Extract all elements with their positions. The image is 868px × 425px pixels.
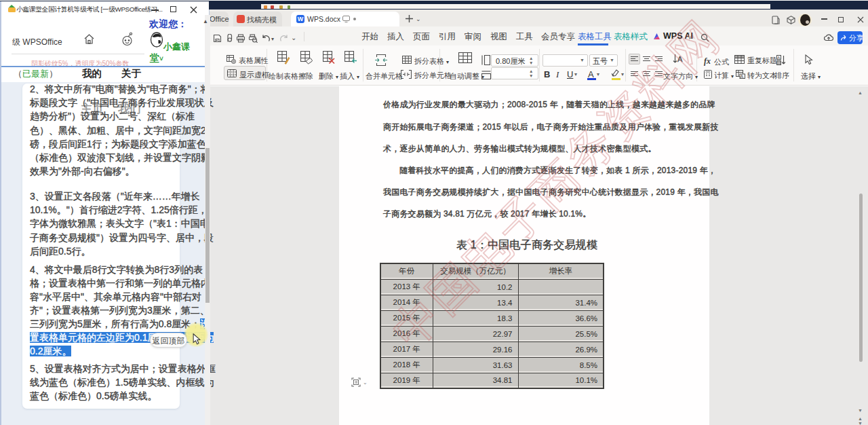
svg-text:A: A bbox=[741, 74, 744, 79]
svg-text:A: A bbox=[777, 56, 780, 60]
